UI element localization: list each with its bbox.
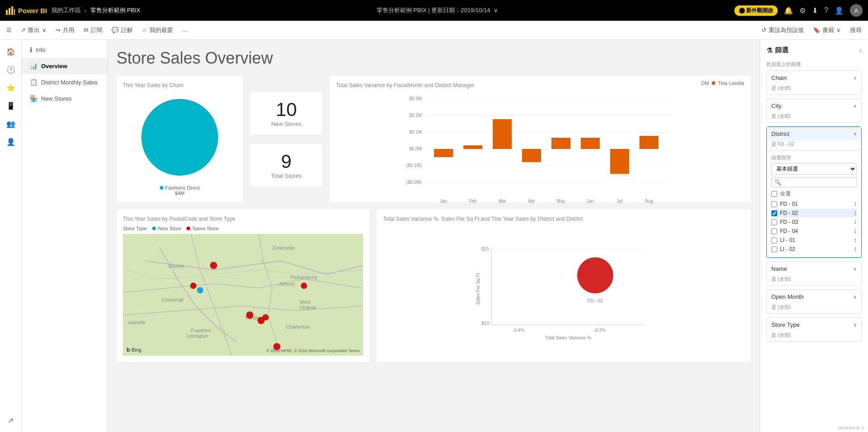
report-title: Store Sales Overview — [117, 49, 751, 68]
bookmark-icon[interactable]: 🔔 — [784, 6, 793, 15]
bing-logo: b Bing — [126, 346, 141, 353]
favorites-icon[interactable]: ⭐ — [3, 79, 19, 96]
filter-option-fd04: FD - 04 1 — [771, 227, 857, 236]
svg-point-49 — [197, 287, 203, 293]
settings-icon[interactable]: ⚙ — [799, 6, 806, 15]
share-button[interactable]: ↪ 共用 — [56, 26, 75, 34]
svg-text:$0.0M: $0.0M — [409, 146, 422, 151]
menu-icon: ☰ — [6, 27, 12, 33]
breadcrumb: 我的工作區 › 零售分析範例 PBIX — [51, 6, 140, 14]
report-info: 零售分析範例 PBIX | 更新日期：2019/10/14 ∨ — [145, 6, 730, 14]
filter-checkbox-fd04[interactable] — [771, 228, 777, 234]
filter-open-month-header[interactable]: Open Month ∨ — [767, 290, 861, 304]
legend-dot-dm — [712, 81, 715, 85]
bookmark-panel-button[interactable]: 🔖 書籤 ∨ — [813, 26, 841, 34]
filter-district: District ∧ 是 FD - 02 篩選類型 基本篩選 🔍 全選 — [766, 126, 862, 258]
filter-chain: Chain ∨ 是 (全部) — [766, 70, 862, 95]
download-icon[interactable]: ⬇ — [812, 6, 818, 15]
svg-text:Jun: Jun — [587, 199, 594, 204]
search-button[interactable]: 搜尋 — [850, 26, 862, 34]
filter-checkbox-fd03[interactable] — [771, 219, 777, 225]
filter-label-fd02: FD - 02 — [780, 210, 798, 216]
svg-text:Charleston: Charleston — [286, 324, 310, 330]
help-icon[interactable]: ? — [824, 6, 828, 14]
account-icon[interactable]: 👤 — [835, 6, 844, 15]
svg-rect-20 — [493, 119, 512, 149]
more-button[interactable]: … — [182, 27, 188, 33]
filter-type-label: 篩選類型 — [771, 154, 857, 161]
filter-district-expanded: 篩選類型 基本篩選 🔍 全選 FD - 0 — [767, 150, 861, 257]
filter-panel: ⚗ 篩選 › 此頁面上的篩選 Chain ∨ 是 (全部) City ∨ 是 (… — [760, 40, 868, 432]
sidebar: ℹ Info 📊 Overview 📋 District Monthly Sal… — [22, 40, 107, 432]
filter-chain-header[interactable]: Chain ∨ — [767, 71, 861, 85]
svg-point-48 — [190, 283, 196, 289]
recent-icon[interactable]: 🕐 — [3, 61, 19, 78]
svg-rect-24 — [610, 149, 629, 174]
filter-name-header[interactable]: Name ∨ — [767, 262, 861, 276]
shared-icon[interactable]: 👥 — [3, 116, 19, 132]
comment-button[interactable]: 💬 註解 — [112, 26, 133, 34]
comment-icon: 💬 — [112, 27, 119, 33]
filter-option-li02: LI - 02 1 — [771, 245, 857, 254]
export-button[interactable]: ↗ 匯出 ∨ — [21, 26, 47, 34]
menu-toggle[interactable]: ☰ — [6, 27, 12, 33]
apps-icon[interactable]: 📱 — [3, 98, 19, 114]
reset-button[interactable]: ↺ 重設為預設值 — [761, 26, 804, 34]
svg-point-4 — [141, 99, 218, 176]
new-stores-icon: 🏪 — [30, 95, 37, 102]
favorite-button[interactable]: ☆ 我的最愛 — [142, 26, 173, 34]
sidebar-item-info[interactable]: ℹ Info — [22, 42, 107, 58]
filter-select-all-checkbox[interactable] — [771, 191, 777, 197]
filter-option-fd01: FD - 01 1 — [771, 200, 857, 209]
filter-store-type: Store Type ∨ 是 (全部) — [766, 317, 862, 342]
svg-text:-0.3%: -0.3% — [594, 328, 606, 333]
svg-rect-2 — [11, 6, 13, 15]
svg-point-50 — [301, 283, 307, 289]
filter-city-header[interactable]: City ∨ — [767, 99, 861, 113]
filter-label-li01: LI - 01 — [780, 237, 795, 243]
expand-icon[interactable]: ↗ — [3, 412, 19, 428]
filter-checkbox-fd01[interactable] — [771, 201, 777, 207]
chevron-down-icon: ∨ — [854, 294, 857, 299]
svg-text:Virginia: Virginia — [299, 305, 316, 310]
filter-checkbox-fd02[interactable] — [771, 210, 777, 216]
legend-new-store: New Store — [152, 226, 181, 231]
bottom-row: This Year Sales by PostalCode and Store … — [117, 209, 751, 362]
sidebar-item-district-monthly-sales[interactable]: 📋 District Monthly Sales — [22, 74, 107, 90]
legend-dot-new — [152, 227, 156, 230]
sidebar-item-overview[interactable]: 📊 Overview — [22, 58, 107, 74]
map-placeholder[interactable]: Zanesville Dayton Athens Parkersburg Cin… — [123, 234, 363, 356]
donut-chart-card: This Year Sales by Chain Fashions Direct… — [117, 76, 243, 202]
map-copyright: © 2019 HERE, © 2019 Microsoft Corporatio… — [266, 348, 359, 353]
app-logo[interactable]: Power BI — [5, 5, 47, 15]
filter-count-li02: 1 — [854, 246, 857, 252]
home-icon[interactable]: 🏠 — [3, 43, 19, 60]
filter-district-header[interactable]: District ∧ — [767, 127, 861, 141]
avatar-icon[interactable]: A — [850, 4, 863, 17]
topbar: Power BI 我的工作區 › 零售分析範例 PBIX 零售分析範例 PBIX… — [0, 0, 868, 21]
sidebar-item-new-stores[interactable]: 🏪 New Stores — [22, 90, 107, 107]
svg-text:$0.3M: $0.3M — [409, 96, 422, 101]
filter-type-select[interactable]: 基本篩選 — [771, 163, 857, 175]
chevron-down-icon: ∨ — [854, 75, 857, 80]
workspace-icon[interactable]: 👤 — [3, 134, 19, 150]
legend-same-store: Same Store — [187, 226, 219, 231]
filter-count-fd03: 1 — [854, 219, 857, 225]
svg-text:$0.1M: $0.1M — [409, 130, 422, 135]
filter-store-type-header[interactable]: Store Type ∨ — [767, 318, 861, 332]
dm-legend: DM Tina Lassila — [701, 80, 744, 86]
filter-label-li02: LI - 02 — [780, 246, 795, 252]
svg-text:$15: $15 — [481, 246, 489, 251]
new-look-toggle[interactable]: ⬤ 新外觀開啟 — [734, 5, 778, 16]
svg-text:-0.4%: -0.4% — [513, 328, 524, 333]
subscribe-button[interactable]: ✉ 訂閱 — [84, 26, 103, 34]
filter-checkbox-li02[interactable] — [771, 246, 777, 252]
svg-text:ouisville: ouisville — [128, 320, 145, 325]
filter-select-all: 全選 — [771, 190, 857, 198]
filter-checkbox-li01[interactable] — [771, 237, 777, 243]
filter-close-button[interactable]: › — [859, 46, 862, 55]
filter-search-input[interactable] — [783, 179, 854, 186]
new-stores-kpi: 10 New Stores — [250, 92, 322, 135]
filter-search-box: 🔍 — [771, 177, 857, 187]
chevron-up-icon: ∧ — [854, 131, 857, 136]
